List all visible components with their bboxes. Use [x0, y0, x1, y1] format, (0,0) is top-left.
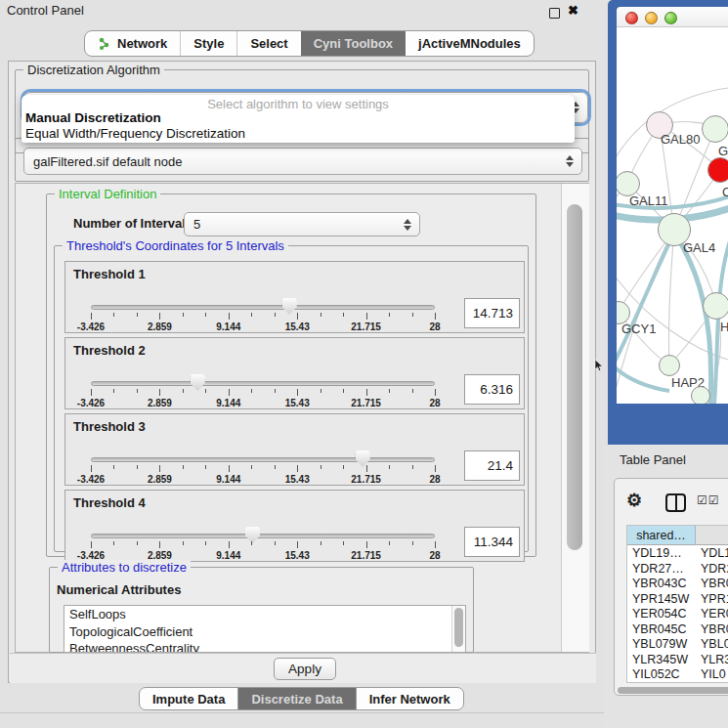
- float-window-icon[interactable]: [549, 8, 560, 19]
- screen: Control Panel ✖ Network Style Select Cyn…: [0, 0, 728, 728]
- cyni-toolbox-panel: Discretization Algorithm Select algorith…: [8, 61, 596, 683]
- dropdown-option-manual[interactable]: Manual Discretization: [25, 110, 161, 125]
- tab-infer-network[interactable]: Infer Network: [356, 688, 463, 709]
- panel-scrollbar[interactable]: [561, 184, 589, 652]
- column-header-shared[interactable]: shared…: [627, 526, 696, 545]
- slider-tick-labels: -3.4262.8599.14415.4321.71528: [91, 474, 435, 485]
- threshold-label: Threshold 1: [73, 267, 146, 281]
- top-tabbar: Network Style Select Cyni Toolbox jActiv…: [84, 30, 535, 57]
- close-icon[interactable]: ✖: [568, 3, 578, 18]
- node-label: C: [722, 185, 728, 199]
- num-intervals-combobox[interactable]: 5: [184, 212, 420, 236]
- slider-track[interactable]: [91, 381, 435, 386]
- slider-ticks: [91, 313, 435, 321]
- mouse-cursor: [594, 359, 604, 372]
- network-node[interactable]: [691, 386, 710, 404]
- zoom-traffic-light-icon[interactable]: [664, 12, 677, 24]
- split-columns-icon[interactable]: [665, 493, 686, 512]
- group-title: Threshold's Coordinates for 5 Intervals: [63, 238, 288, 253]
- table-panel-area: Table Panel ⚙ ☑☑ shared… na YDL19…YDL1YD…: [604, 445, 728, 728]
- table-row[interactable]: YBR043CYBR0: [627, 577, 728, 592]
- tab-jactivemnodules[interactable]: jActiveMNodules: [406, 31, 534, 56]
- minimize-traffic-light-icon[interactable]: [645, 12, 658, 24]
- network-node[interactable]: [707, 157, 728, 183]
- threshold-slider[interactable]: -3.4262.8599.14415.4321.71528: [91, 373, 435, 410]
- settings-scroll-panel: Interval Definition Number of Intervals …: [15, 183, 589, 653]
- slider-track[interactable]: [91, 305, 435, 310]
- threshold-slider[interactable]: -3.4262.8599.14415.4321.71528: [91, 450, 435, 487]
- attributes-group: Attributes to discretize Numerical Attri…: [49, 567, 474, 653]
- table-header-row: shared… na: [627, 526, 728, 545]
- bottom-tabbar: Impute Data Discretize Data Infer Networ…: [139, 687, 464, 710]
- network-canvas[interactable]: GAL80GACGAL11GAL4GCY1HHAP2: [617, 27, 728, 404]
- tab-impute-data[interactable]: Impute Data: [140, 688, 237, 709]
- table-row[interactable]: YLR345WYLR3: [627, 653, 728, 668]
- combo-stepper-icon: [566, 155, 574, 167]
- tab-style[interactable]: Style: [180, 31, 236, 56]
- table-data-combobox[interactable]: galFiltered.sif default node: [23, 148, 582, 175]
- table-panel-card: ⚙ ☑☑ shared… na YDL19…YDL1YDR27…YDR2YBR0…: [614, 478, 728, 696]
- node-label: H: [720, 320, 728, 334]
- slider-ticks: [91, 465, 435, 473]
- combo-stepper-icon: [404, 219, 411, 231]
- dropdown-prompt: Select algorithm to view settings: [21, 97, 575, 111]
- panel-title: Control Panel: [7, 3, 84, 18]
- horizontal-scrollbar[interactable]: [618, 687, 728, 694]
- attribute-list-item[interactable]: TopologicalCoefficient: [64, 623, 451, 641]
- attribute-list-item[interactable]: BetweennessCentrality: [64, 640, 451, 653]
- table-row[interactable]: YIL052CYIL0: [627, 667, 728, 683]
- numerical-attributes-label: Numerical Attributes: [57, 582, 181, 597]
- network-window-titlebar: [617, 7, 728, 27]
- group-title: Attributes to discretize: [58, 560, 191, 575]
- table-panel-title: Table Panel: [620, 452, 686, 467]
- checkboxes-icon[interactable]: ☑☑: [697, 493, 720, 507]
- slider-track[interactable]: [91, 457, 435, 462]
- threshold-slider[interactable]: -3.4262.8599.14415.4321.71528: [91, 526, 435, 563]
- table-row[interactable]: YPR145WYPR1: [627, 592, 728, 608]
- network-node[interactable]: [659, 355, 680, 376]
- threshold-value-field[interactable]: 6.316: [464, 374, 520, 405]
- node-table[interactable]: shared… na YDL19…YDL1YDR27…YDR2YBR043CYB…: [626, 525, 728, 683]
- tab-cyni-toolbox[interactable]: Cyni Toolbox: [301, 31, 406, 56]
- threshold-label: Threshold 3: [73, 419, 146, 434]
- table-data-group: Table Data galFiltered.sif default node: [15, 138, 589, 182]
- slider-ticks: [91, 389, 435, 397]
- column-header-name[interactable]: na: [696, 526, 728, 545]
- table-row[interactable]: YDR27…YDR2: [627, 562, 728, 578]
- threshold-value-field[interactable]: 21.4: [464, 450, 520, 481]
- node-label: GAL4: [683, 240, 715, 255]
- gear-icon[interactable]: ⚙: [626, 490, 642, 511]
- list-scrollbar[interactable]: [451, 606, 465, 652]
- tab-select[interactable]: Select: [236, 31, 300, 56]
- tab-label: Network: [117, 36, 167, 51]
- table-row[interactable]: YBR045CYBR0: [627, 622, 728, 638]
- control-panel-titlebar: Control Panel ✖: [0, 0, 604, 21]
- threshold-slider[interactable]: -3.4262.8599.14415.4321.71528: [91, 297, 435, 334]
- threshold-value-field[interactable]: 11.344: [464, 527, 520, 557]
- num-intervals-value: 5: [193, 217, 200, 232]
- slider-track[interactable]: [91, 534, 435, 538]
- discretization-algorithm-group: Discretization Algorithm Select algorith…: [15, 69, 589, 153]
- threshold-value-field[interactable]: 14.713: [464, 298, 520, 328]
- network-node[interactable]: [703, 292, 728, 320]
- algorithm-dropdown-popup: Select algorithm to view settings Manual…: [21, 95, 575, 143]
- dropdown-option-equal-width[interactable]: Equal Width/Frequency Discretization: [25, 126, 245, 141]
- close-traffic-light-icon[interactable]: [625, 12, 638, 24]
- network-node[interactable]: [702, 115, 728, 143]
- group-title: Discretization Algorithm: [23, 63, 164, 77]
- tab-network[interactable]: Network: [85, 31, 180, 56]
- node-label: GAL80: [661, 132, 700, 147]
- threshold-panel: Threshold 3 -3.4262.8599.14415.4321.7152…: [64, 413, 525, 486]
- table-row[interactable]: YBL079WYBL0: [627, 637, 728, 653]
- attribute-list-item[interactable]: SelfLoops: [64, 606, 451, 623]
- tab-discretize-data[interactable]: Discretize Data: [237, 688, 355, 709]
- thresholds-group: Threshold's Coordinates for 5 Intervals …: [54, 245, 529, 552]
- apply-button[interactable]: Apply: [274, 658, 336, 680]
- table-row[interactable]: YER054CYER0: [627, 607, 728, 622]
- num-intervals-label: Number of Intervals: [73, 216, 193, 231]
- threshold-panel: Threshold 2 -3.4262.8599.14415.4321.7152…: [64, 337, 525, 409]
- numerical-attributes-list[interactable]: SelfLoopsTopologicalCoefficientBetweenne…: [64, 605, 466, 653]
- scrollbar-thumb[interactable]: [567, 204, 582, 550]
- table-row[interactable]: YDL19…YDL1: [627, 546, 728, 562]
- node-label: GA: [718, 144, 728, 158]
